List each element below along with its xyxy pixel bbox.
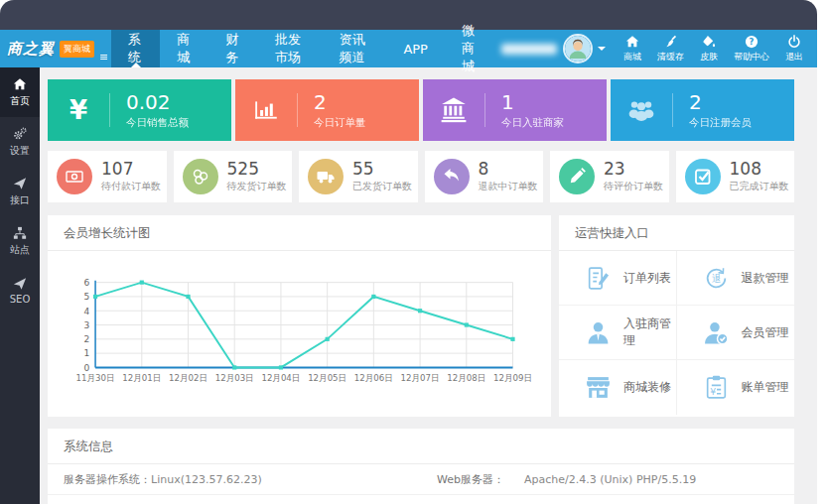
order-label: 已发货订单数 [352,180,412,193]
user-avatar[interactable] [565,36,591,62]
divider [484,93,485,127]
svg-text:¥: ¥ [710,386,716,397]
coins-icon [191,167,210,187]
kpi-label: 今日入驻商家 [501,116,564,130]
gears-icon [13,127,27,141]
action-label: 皮肤 [700,51,718,63]
sidebar-item-label: 设置 [10,144,30,158]
sidebar-item-label: 首页 [10,94,30,108]
yen-icon: ¥ [48,95,109,125]
power-icon [787,35,801,49]
divider [672,93,673,127]
quick-entry-members[interactable]: 会员管理 [677,306,795,360]
quick-entry-label: 商城装修 [623,379,671,396]
action-skin[interactable]: 皮肤 [692,35,726,63]
paint-bucket-icon [702,35,716,49]
order-count: 107 [101,160,161,178]
paper-plane-icon [13,277,27,291]
check-square-icon [693,167,713,187]
bill-icon: ¥ [703,374,730,401]
quick-entry-label: 退款管理 [742,270,789,287]
action-label: 帮助中心 [734,51,769,63]
member-growth-panel: 会员增长统计图 11月30日12月01日12月02日12月03日12月04日12… [48,215,551,417]
nav-tab-news[interactable]: 资讯频道 [323,30,387,67]
pencil-icon [567,167,587,187]
quick-entry-order-list[interactable]: 订单列表 [559,251,677,306]
app-window: 商之翼 翼商城 ≡ 系统 商城 财务 批发市场 资讯频道 APP 微商城 [0,0,817,504]
quick-entry-grid: 订单列表 退 退款管理 入驻商管理 [559,251,794,415]
kpi-value: 2 [689,91,752,113]
sidebar-item-site[interactable]: 站点 [0,216,40,266]
order-cards-row: 107 待付款订单数 525 待发货订单数 55 [48,151,794,202]
broom-icon [664,35,678,49]
system-info-panel: 系统信息 服务器操作系统： Linux(123.57.62.23) Web服务器… [48,429,794,504]
quick-entry-refunds[interactable]: 退 退款管理 [677,251,795,306]
quick-entry-merchants[interactable]: 入驻商管理 [559,306,677,360]
svg-text:11月30日: 11月30日 [76,373,115,383]
nav-tab-wechat-mall[interactable]: 微商城 [445,30,501,67]
svg-text:6: 6 [84,278,90,288]
menu-toggle-icon[interactable]: ≡ [99,51,108,63]
nav-tab-finance[interactable]: 财务 [209,30,258,67]
kpi-value: 0.02 [126,91,189,113]
nav-tab-mall[interactable]: 商城 [160,30,208,67]
kpi-label: 今日订单量 [314,116,366,130]
svg-text:12月05日: 12月05日 [308,373,346,383]
home-icon [13,77,27,91]
logo: 商之翼 翼商城 ≡ [0,30,111,67]
svg-text:12月06日: 12月06日 [354,373,393,383]
member-icon [703,319,730,346]
sidebar-item-settings[interactable]: 设置 [0,117,40,167]
merchant-icon [585,319,612,346]
nav-tab-system[interactable]: 系统 [111,30,160,67]
bar-chart-icon [252,96,280,124]
svg-text:3: 3 [84,320,90,330]
users-icon [627,96,655,124]
action-label: 清缓存 [657,51,684,63]
sysinfo-label: 服务器操作系统： [48,472,151,487]
nav-tab-app[interactable]: APP [386,30,445,67]
panel-title: 会员增长统计图 [48,215,551,251]
action-help-center[interactable]: ? 帮助中心 [726,35,777,63]
order-label: 退款中订单数 [479,180,538,193]
sidebar-item-label: 站点 [10,243,30,257]
action-clear-cache[interactable]: 清缓存 [649,35,692,63]
quick-entry-bills[interactable]: ¥ 账单管理 [677,360,795,415]
action-label: 退出 [785,51,803,63]
bank-icon [440,96,468,124]
quick-entry-label: 会员管理 [742,324,789,341]
system-info-row: 服务器操作系统： Linux(123.57.62.23) Web服务器： Apa… [48,464,794,495]
paper-plane-icon [13,177,27,190]
logo-text: 商之翼 [7,40,55,59]
panel-title: 系统信息 [48,429,794,464]
chart-area: 11月30日12月01日12月02日12月03日12月04日12月05日12月0… [48,251,551,390]
action-mall[interactable]: 商城 [616,35,649,63]
order-count: 525 [227,160,287,178]
refund-icon: 退 [703,265,730,292]
order-label: 待评价订单数 [604,180,663,193]
sidebar-item-home[interactable]: 首页 [0,67,40,117]
main-content: ¥ 0.02 今日销售总额 2 今日订单量 [40,67,807,504]
middle-row: 会员增长统计图 11月30日12月01日12月02日12月03日12月04日12… [48,215,794,417]
quick-entry-label: 账单管理 [742,379,789,396]
nav-tab-wholesale[interactable]: 批发市场 [258,30,323,67]
action-label: 商城 [623,51,641,63]
quick-entry-mall-decorate[interactable]: 商城装修 [559,360,677,415]
action-logout[interactable]: 退出 [777,35,811,63]
chevron-down-icon[interactable] [598,47,606,51]
order-card-pending-shipment: 525 待发货订单数 [174,151,293,202]
order-count: 8 [479,160,538,178]
order-card-shipped: 55 已发货订单数 [299,151,418,202]
kpi-card-merchants: 1 今日入驻商家 [423,79,607,141]
svg-text:12月03日: 12月03日 [215,373,254,383]
kpi-card-orders: 2 今日订单量 [235,79,419,141]
svg-text:4: 4 [84,307,90,316]
kpi-label: 今日销售总额 [126,116,189,130]
sidebar-item-seo[interactable]: SEO [0,266,40,315]
sidebar-item-api[interactable]: 接口 [0,167,40,216]
order-card-pending-review: 23 待评价订单数 [550,151,669,202]
sidebar-item-label: 接口 [10,193,30,207]
window-titlebar [0,0,817,30]
order-label: 已完成订单数 [730,180,789,193]
divider [297,93,298,127]
